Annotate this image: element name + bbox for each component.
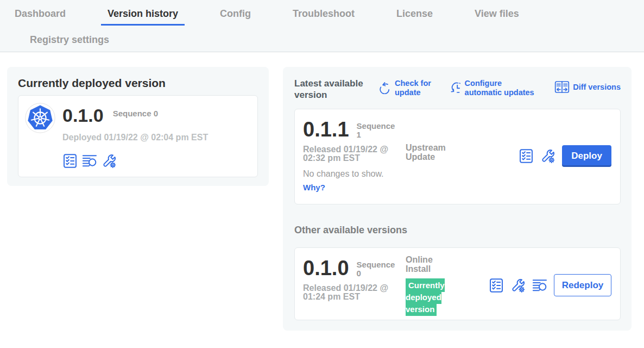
automatic-updates-icon bbox=[450, 79, 463, 96]
current-sequence-label: Sequence 0 bbox=[113, 109, 158, 118]
other-version-number: 0.1.0 bbox=[303, 258, 349, 278]
latest-version-number: 0.1.1 bbox=[303, 119, 349, 140]
other-versions-title: Other available versions bbox=[294, 225, 621, 236]
tab-config[interactable]: Config bbox=[213, 8, 257, 26]
other-version-actions: Redeploy bbox=[456, 274, 611, 296]
version-action-icons bbox=[489, 278, 547, 293]
version-source: Online Install bbox=[406, 255, 433, 274]
why-link[interactable]: Why? bbox=[303, 183, 325, 192]
edit-config-icon[interactable] bbox=[540, 148, 555, 164]
latest-available-title: Latest available version bbox=[294, 78, 378, 101]
other-sequence-label: Sequence 0 bbox=[357, 260, 400, 278]
configure-automatic-updates-link[interactable]: Configure automatic updates bbox=[450, 79, 541, 97]
no-changes-text: No changes to show. bbox=[303, 169, 406, 178]
available-versions-panel: Latest available version Check for updat… bbox=[283, 67, 632, 331]
available-versions-header: Latest available version Check for updat… bbox=[294, 78, 621, 101]
currently-deployed-badge: Currently deployed version bbox=[406, 278, 445, 316]
header-actions: Check for update Configure automatic upd… bbox=[378, 78, 621, 97]
edit-config-icon[interactable] bbox=[510, 278, 526, 293]
tab-license[interactable]: License bbox=[390, 8, 439, 26]
configure-automatic-updates-label: Configure automatic updates bbox=[465, 79, 541, 97]
preflight-checks-icon[interactable] bbox=[519, 148, 534, 164]
latest-sequence-label: Sequence 1 bbox=[357, 122, 400, 139]
diff-versions-label: Diff versions bbox=[573, 83, 621, 92]
kubernetes-logo-icon bbox=[25, 103, 55, 133]
redeploy-button[interactable]: Redeploy bbox=[554, 274, 611, 296]
preflight-checks-icon[interactable] bbox=[489, 278, 504, 293]
deploy-logs-icon[interactable] bbox=[532, 278, 547, 293]
tab-dashboard[interactable]: Dashboard bbox=[8, 8, 72, 26]
edit-config-icon[interactable] bbox=[102, 153, 117, 169]
current-version-card: 0.1.0 Sequence 0 Deployed 01/19/22 @ 02:… bbox=[18, 95, 258, 177]
released-timestamp: Released 01/19/22 @ 01:24 pm EST bbox=[303, 284, 393, 301]
latest-version-info: 0.1.1 Sequence 1 Released 01/19/22 @ 02:… bbox=[303, 119, 406, 192]
version-history-page: Currently deployed version 0.1.0 Sequenc… bbox=[0, 52, 644, 331]
deploy-button[interactable]: Deploy bbox=[562, 145, 611, 167]
version-row: 0.1.0 Sequence 0 bbox=[303, 258, 406, 278]
version-action-icons bbox=[519, 148, 555, 164]
latest-version-card: 0.1.1 Sequence 1 Released 01/19/22 @ 02:… bbox=[294, 109, 621, 204]
current-version-actions bbox=[62, 153, 208, 169]
version-source: Upstream Update bbox=[406, 143, 456, 161]
check-for-update-link[interactable]: Check for update bbox=[378, 79, 436, 97]
deployed-timestamp: Deployed 01/19/22 @ 02:04 pm EST bbox=[62, 132, 208, 143]
app-subnav: DashboardVersion historyConfigTroublesho… bbox=[0, 0, 644, 52]
currently-deployed-panel: Currently deployed version 0.1.0 Sequenc… bbox=[7, 67, 269, 186]
currently-deployed-title: Currently deployed version bbox=[18, 77, 258, 90]
version-source-col: Online Install Currently deployed versio… bbox=[406, 255, 456, 315]
other-version-card: 0.1.0 Sequence 0 Released 01/19/22 @ 01:… bbox=[294, 247, 621, 320]
status-badge-wrap: Currently deployed version bbox=[406, 279, 456, 315]
latest-version-actions: Deploy bbox=[456, 145, 611, 167]
check-for-update-label: Check for update bbox=[395, 79, 436, 97]
released-timestamp: Released 01/19/22 @ 02:32 pm EST bbox=[303, 145, 393, 163]
tab-version-history[interactable]: Version history bbox=[101, 8, 185, 26]
nav-tabs: DashboardVersion historyConfigTroublesho… bbox=[8, 8, 636, 52]
diff-versions-link[interactable]: Diff versions bbox=[554, 79, 621, 96]
diff-versions-icon bbox=[554, 79, 570, 96]
version-row: 0.1.1 Sequence 1 bbox=[303, 119, 406, 140]
other-version-info: 0.1.0 Sequence 0 Released 01/19/22 @ 01:… bbox=[303, 258, 406, 301]
version-row: 0.1.0 Sequence 0 bbox=[62, 106, 208, 125]
current-version-details: 0.1.0 Sequence 0 Deployed 01/19/22 @ 02:… bbox=[62, 103, 208, 169]
check-for-update-icon bbox=[378, 79, 392, 96]
preflight-checks-icon[interactable] bbox=[62, 153, 78, 169]
deploy-logs-icon[interactable] bbox=[82, 153, 97, 169]
tab-view-files[interactable]: View files bbox=[468, 8, 526, 26]
tab-troubleshoot[interactable]: Troubleshoot bbox=[286, 8, 361, 26]
tab-registry-settings[interactable]: Registry settings bbox=[23, 34, 116, 52]
current-version-number: 0.1.0 bbox=[62, 106, 104, 125]
